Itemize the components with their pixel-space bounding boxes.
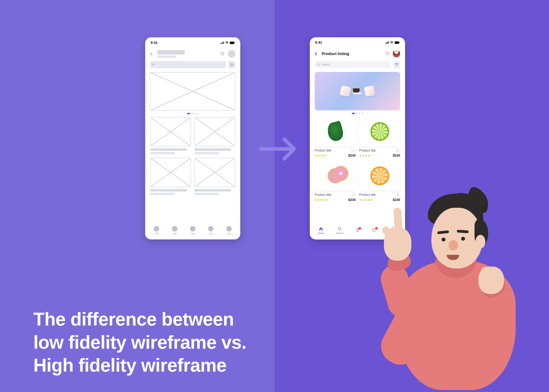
status-time: 9:41 xyxy=(151,41,158,45)
nav-icon xyxy=(226,226,232,231)
svg-rect-19 xyxy=(396,65,397,66)
rating-stars: ★★★★★ xyxy=(359,198,373,202)
nav-icon xyxy=(172,226,177,231)
hero-placeholder xyxy=(150,72,235,111)
product-card[interactable]: Product title+★★★★★$230 xyxy=(315,161,356,202)
svg-rect-0 xyxy=(220,43,221,44)
page-title-text: Product listing xyxy=(322,52,382,56)
add-button[interactable]: + xyxy=(395,148,400,153)
header xyxy=(146,48,240,60)
nav-item[interactable] xyxy=(355,228,360,233)
nav-label: Link xyxy=(227,232,231,235)
product-image-donut xyxy=(315,161,356,190)
headline-text: The difference betweenlow fidelity wiref… xyxy=(33,308,246,377)
product-grid xyxy=(150,117,235,195)
wifi-icon xyxy=(390,41,394,44)
search-input[interactable]: Search xyxy=(315,61,391,68)
cart-icon[interactable] xyxy=(220,51,225,56)
dot-active[interactable] xyxy=(352,113,355,114)
nav-item[interactable]: Link xyxy=(208,226,213,235)
dot[interactable] xyxy=(362,113,363,114)
avatar[interactable] xyxy=(393,50,400,57)
svg-rect-11 xyxy=(388,41,389,44)
svg-rect-2 xyxy=(222,42,223,44)
filter-button[interactable] xyxy=(393,61,400,68)
nav-label: Home xyxy=(318,232,324,235)
nav-label: Search xyxy=(336,232,344,235)
svg-rect-18 xyxy=(396,64,398,65)
filter-button[interactable] xyxy=(228,61,235,68)
svg-rect-3 xyxy=(223,42,224,44)
product-title: Product title xyxy=(359,149,376,152)
status-icons xyxy=(385,41,400,44)
hero-cup xyxy=(353,88,362,94)
search-row xyxy=(146,60,240,69)
nav-label: Link xyxy=(209,232,213,235)
nav-search[interactable]: Search xyxy=(336,226,344,235)
dot[interactable] xyxy=(359,113,360,114)
image-placeholder xyxy=(195,117,235,147)
svg-rect-1 xyxy=(221,42,222,44)
character-illustration xyxy=(373,182,529,388)
back-icon[interactable] xyxy=(150,52,154,56)
product-price: $230 xyxy=(393,154,400,158)
header: Product listing xyxy=(310,48,405,60)
signal-icon xyxy=(220,42,224,44)
dot-active[interactable] xyxy=(187,113,190,114)
battery-icon xyxy=(395,41,400,44)
product-image-lime xyxy=(359,117,400,146)
dot[interactable] xyxy=(194,113,196,114)
dot[interactable] xyxy=(356,113,358,114)
nav-icon xyxy=(154,226,159,231)
hero-cube xyxy=(364,85,375,97)
dot[interactable] xyxy=(197,113,198,114)
svg-rect-8 xyxy=(385,43,386,44)
dot[interactable] xyxy=(191,113,193,114)
back-icon[interactable] xyxy=(315,52,319,56)
add-button[interactable]: + xyxy=(351,192,356,197)
nav-item[interactable]: Link xyxy=(190,226,196,235)
svg-rect-5 xyxy=(234,42,235,43)
search-icon xyxy=(317,63,320,66)
product-card[interactable]: Product title+★★★★★$230 xyxy=(359,117,400,158)
hero-banner[interactable] xyxy=(315,72,400,110)
bottom-nav: Link Link Link Link Link xyxy=(146,223,240,239)
carousel-dots xyxy=(146,113,240,114)
svg-point-16 xyxy=(317,63,319,65)
product-card[interactable] xyxy=(150,158,191,195)
lofi-phone: 9:41 Link Link Link Link Li xyxy=(145,37,240,239)
nav-label: Link xyxy=(173,232,176,235)
product-card[interactable] xyxy=(195,117,235,154)
status-time: 9:41 xyxy=(315,41,322,45)
svg-rect-17 xyxy=(395,63,398,64)
search-placeholder: Search xyxy=(322,63,330,66)
svg-point-7 xyxy=(223,55,224,55)
product-price: $230 xyxy=(348,198,356,202)
search-icon xyxy=(338,226,342,231)
add-button[interactable]: + xyxy=(351,148,356,153)
page-title: Product listing xyxy=(322,52,382,56)
meta-placeholder xyxy=(195,189,235,195)
svg-point-20 xyxy=(338,227,341,230)
title-placeholder xyxy=(157,50,217,58)
nav-item[interactable]: Link xyxy=(226,226,232,235)
avatar-placeholder[interactable] xyxy=(228,50,235,58)
nav-item[interactable]: Link xyxy=(172,226,177,235)
svg-point-15 xyxy=(388,55,388,55)
meta-placeholder xyxy=(150,189,191,195)
svg-rect-9 xyxy=(386,42,387,44)
nav-home[interactable]: Home xyxy=(318,226,324,235)
product-card[interactable] xyxy=(195,158,235,195)
cart-icon[interactable] xyxy=(385,51,390,56)
meta-placeholder xyxy=(150,148,191,154)
status-icons xyxy=(220,42,235,44)
svg-rect-12 xyxy=(395,41,399,44)
search-input[interactable] xyxy=(150,61,226,68)
svg-point-14 xyxy=(387,55,387,55)
product-card[interactable]: Product title+★★★★★$230 xyxy=(315,117,356,158)
nav-icon xyxy=(190,226,196,231)
home-icon xyxy=(319,226,323,231)
nav-item[interactable]: Link xyxy=(154,226,159,235)
signal-icon xyxy=(385,41,389,44)
product-card[interactable] xyxy=(150,117,191,154)
